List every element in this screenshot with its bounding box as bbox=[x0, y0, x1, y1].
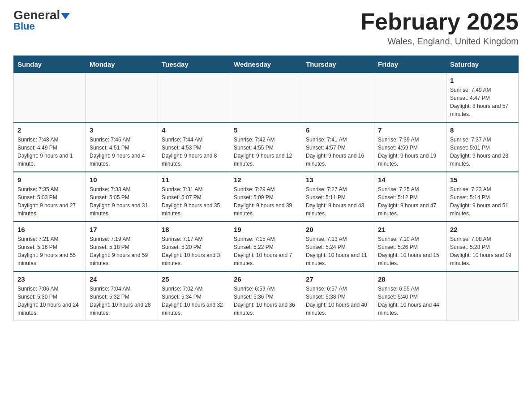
calendar-cell: 28Sunrise: 6:55 AMSunset: 5:40 PMDayligh… bbox=[374, 271, 446, 321]
day-info: Sunrise: 7:41 AMSunset: 4:57 PMDaylight:… bbox=[306, 136, 370, 168]
day-number: 1 bbox=[450, 77, 515, 84]
day-number: 27 bbox=[306, 275, 370, 283]
day-info: Sunrise: 7:10 AMSunset: 5:26 PMDaylight:… bbox=[378, 235, 442, 267]
week-row-4: 16Sunrise: 7:21 AMSunset: 5:16 PMDayligh… bbox=[14, 222, 519, 271]
calendar-cell: 16Sunrise: 7:21 AMSunset: 5:16 PMDayligh… bbox=[14, 222, 86, 271]
calendar-cell: 3Sunrise: 7:46 AMSunset: 4:51 PMDaylight… bbox=[86, 122, 158, 172]
day-info: Sunrise: 6:57 AMSunset: 5:38 PMDaylight:… bbox=[306, 285, 370, 317]
day-info: Sunrise: 7:37 AMSunset: 5:01 PMDaylight:… bbox=[450, 136, 515, 168]
day-header-tuesday: Tuesday bbox=[158, 56, 230, 73]
day-header-saturday: Saturday bbox=[446, 56, 519, 73]
calendar-cell: 18Sunrise: 7:17 AMSunset: 5:20 PMDayligh… bbox=[158, 222, 230, 271]
week-row-2: 2Sunrise: 7:48 AMSunset: 4:49 PMDaylight… bbox=[14, 122, 519, 172]
day-info: Sunrise: 7:15 AMSunset: 5:22 PMDaylight:… bbox=[234, 235, 298, 267]
calendar-cell: 14Sunrise: 7:25 AMSunset: 5:12 PMDayligh… bbox=[374, 172, 446, 222]
calendar-cell: 19Sunrise: 7:15 AMSunset: 5:22 PMDayligh… bbox=[230, 222, 302, 271]
day-number: 4 bbox=[162, 126, 226, 134]
day-number: 20 bbox=[306, 226, 370, 233]
day-info: Sunrise: 7:04 AMSunset: 5:32 PMDaylight:… bbox=[90, 285, 154, 317]
day-info: Sunrise: 7:06 AMSunset: 5:30 PMDaylight:… bbox=[17, 285, 82, 317]
day-number: 22 bbox=[450, 226, 515, 233]
day-number: 7 bbox=[378, 126, 442, 134]
calendar-cell: 8Sunrise: 7:37 AMSunset: 5:01 PMDaylight… bbox=[446, 122, 519, 172]
calendar-cell: 20Sunrise: 7:13 AMSunset: 5:24 PMDayligh… bbox=[302, 222, 374, 271]
calendar-cell bbox=[446, 271, 519, 321]
day-number: 23 bbox=[17, 275, 82, 283]
day-number: 16 bbox=[17, 226, 82, 233]
day-number: 3 bbox=[90, 126, 154, 134]
calendar-cell: 7Sunrise: 7:39 AMSunset: 4:59 PMDaylight… bbox=[374, 122, 446, 172]
day-number: 13 bbox=[306, 176, 370, 184]
day-number: 10 bbox=[90, 176, 154, 184]
week-row-3: 9Sunrise: 7:35 AMSunset: 5:03 PMDaylight… bbox=[14, 172, 519, 222]
day-number: 28 bbox=[378, 275, 442, 283]
calendar-cell: 12Sunrise: 7:29 AMSunset: 5:09 PMDayligh… bbox=[230, 172, 302, 222]
day-header-thursday: Thursday bbox=[302, 56, 374, 73]
days-of-week-row: SundayMondayTuesdayWednesdayThursdayFrid… bbox=[14, 56, 519, 73]
day-number: 2 bbox=[17, 126, 82, 134]
day-number: 9 bbox=[17, 176, 82, 184]
day-info: Sunrise: 7:35 AMSunset: 5:03 PMDaylight:… bbox=[17, 185, 82, 218]
day-info: Sunrise: 7:13 AMSunset: 5:24 PMDaylight:… bbox=[306, 235, 370, 267]
day-info: Sunrise: 6:55 AMSunset: 5:40 PMDaylight:… bbox=[378, 285, 442, 317]
calendar-cell: 22Sunrise: 7:08 AMSunset: 5:28 PMDayligh… bbox=[446, 222, 519, 271]
day-number: 17 bbox=[90, 226, 154, 233]
calendar-cell bbox=[14, 73, 86, 123]
day-header-monday: Monday bbox=[86, 56, 158, 73]
logo: General Blue bbox=[13, 9, 70, 32]
calendar-body: 1Sunrise: 7:49 AMSunset: 4:47 PMDaylight… bbox=[14, 73, 519, 321]
day-info: Sunrise: 7:49 AMSunset: 4:47 PMDaylight:… bbox=[450, 86, 515, 118]
calendar-cell: 27Sunrise: 6:57 AMSunset: 5:38 PMDayligh… bbox=[302, 271, 374, 321]
calendar-cell: 9Sunrise: 7:35 AMSunset: 5:03 PMDaylight… bbox=[14, 172, 86, 222]
day-info: Sunrise: 7:19 AMSunset: 5:18 PMDaylight:… bbox=[90, 235, 154, 267]
title-block: February 2025 Wales, England, United Kin… bbox=[360, 9, 519, 47]
calendar-cell: 5Sunrise: 7:42 AMSunset: 4:55 PMDaylight… bbox=[230, 122, 302, 172]
calendar-cell: 10Sunrise: 7:33 AMSunset: 5:05 PMDayligh… bbox=[86, 172, 158, 222]
day-info: Sunrise: 7:25 AMSunset: 5:12 PMDaylight:… bbox=[378, 185, 442, 218]
calendar-cell bbox=[302, 73, 374, 123]
day-info: Sunrise: 7:02 AMSunset: 5:34 PMDaylight:… bbox=[162, 285, 226, 317]
week-row-5: 23Sunrise: 7:06 AMSunset: 5:30 PMDayligh… bbox=[14, 271, 519, 321]
calendar-cell bbox=[86, 73, 158, 123]
calendar-cell: 15Sunrise: 7:23 AMSunset: 5:14 PMDayligh… bbox=[446, 172, 519, 222]
day-number: 6 bbox=[306, 126, 370, 134]
day-info: Sunrise: 7:44 AMSunset: 4:53 PMDaylight:… bbox=[162, 136, 226, 168]
calendar-table: SundayMondayTuesdayWednesdayThursdayFrid… bbox=[13, 56, 519, 321]
calendar-cell bbox=[158, 73, 230, 123]
day-number: 24 bbox=[90, 275, 154, 283]
page-header: General Blue February 2025 Wales, Englan… bbox=[13, 9, 519, 47]
day-header-sunday: Sunday bbox=[14, 56, 86, 73]
calendar-header: SundayMondayTuesdayWednesdayThursdayFrid… bbox=[14, 56, 519, 73]
day-info: Sunrise: 7:23 AMSunset: 5:14 PMDaylight:… bbox=[450, 185, 515, 218]
day-number: 12 bbox=[234, 176, 298, 184]
day-header-wednesday: Wednesday bbox=[230, 56, 302, 73]
day-number: 25 bbox=[162, 275, 226, 283]
calendar-cell: 17Sunrise: 7:19 AMSunset: 5:18 PMDayligh… bbox=[86, 222, 158, 271]
calendar-cell bbox=[230, 73, 302, 123]
calendar-cell: 24Sunrise: 7:04 AMSunset: 5:32 PMDayligh… bbox=[86, 271, 158, 321]
calendar-cell: 4Sunrise: 7:44 AMSunset: 4:53 PMDaylight… bbox=[158, 122, 230, 172]
day-number: 19 bbox=[234, 226, 298, 233]
day-number: 21 bbox=[378, 226, 442, 233]
calendar-title: February 2025 bbox=[360, 9, 519, 34]
calendar-cell: 13Sunrise: 7:27 AMSunset: 5:11 PMDayligh… bbox=[302, 172, 374, 222]
day-info: Sunrise: 7:31 AMSunset: 5:07 PMDaylight:… bbox=[162, 185, 226, 218]
calendar-cell: 21Sunrise: 7:10 AMSunset: 5:26 PMDayligh… bbox=[374, 222, 446, 271]
day-number: 14 bbox=[378, 176, 442, 184]
day-info: Sunrise: 7:39 AMSunset: 4:59 PMDaylight:… bbox=[378, 136, 442, 168]
calendar-cell: 6Sunrise: 7:41 AMSunset: 4:57 PMDaylight… bbox=[302, 122, 374, 172]
day-number: 15 bbox=[450, 176, 515, 184]
calendar-cell: 2Sunrise: 7:48 AMSunset: 4:49 PMDaylight… bbox=[14, 122, 86, 172]
logo-general-text: General bbox=[13, 8, 60, 22]
day-info: Sunrise: 7:42 AMSunset: 4:55 PMDaylight:… bbox=[234, 136, 298, 168]
calendar-cell: 11Sunrise: 7:31 AMSunset: 5:07 PMDayligh… bbox=[158, 172, 230, 222]
day-number: 18 bbox=[162, 226, 226, 233]
day-number: 8 bbox=[450, 126, 515, 134]
day-header-friday: Friday bbox=[374, 56, 446, 73]
calendar-cell: 1Sunrise: 7:49 AMSunset: 4:47 PMDaylight… bbox=[446, 73, 519, 123]
day-number: 11 bbox=[162, 176, 226, 184]
calendar-subtitle: Wales, England, United Kingdom bbox=[360, 36, 519, 47]
day-info: Sunrise: 7:17 AMSunset: 5:20 PMDaylight:… bbox=[162, 235, 226, 267]
day-info: Sunrise: 6:59 AMSunset: 5:36 PMDaylight:… bbox=[234, 285, 298, 317]
calendar-cell: 26Sunrise: 6:59 AMSunset: 5:36 PMDayligh… bbox=[230, 271, 302, 321]
